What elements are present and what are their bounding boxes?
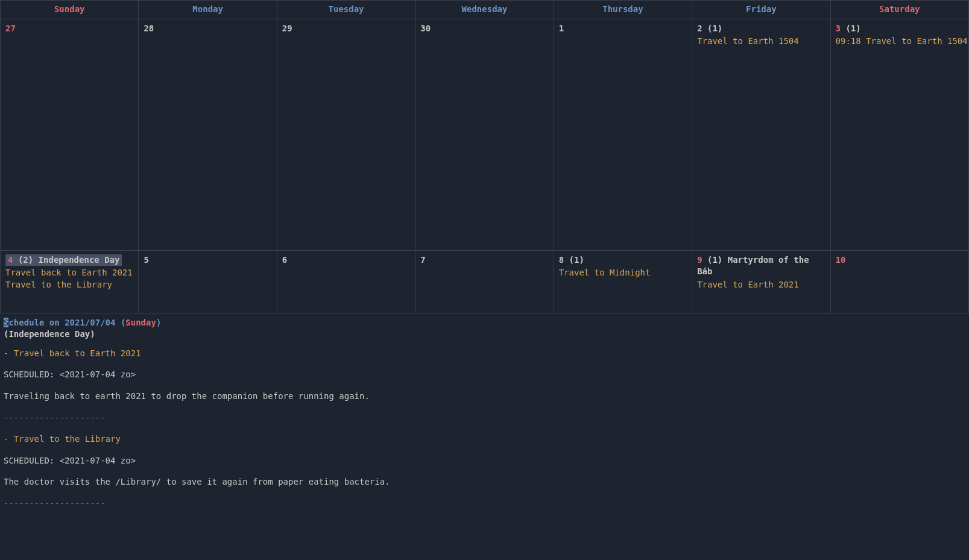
day-cell-7[interactable]: 7: [415, 251, 554, 313]
schedule-dayname: Sunday: [125, 318, 156, 327]
schedule-body: - Travel back to Earth 2021 SCHEDULED: <…: [4, 348, 965, 510]
day-cell-1[interactable]: 1: [554, 19, 692, 251]
day-number: 4: [8, 255, 13, 265]
day-cell-10[interactable]: 10: [831, 251, 969, 313]
calendar-grid: Sunday Monday Tuesday Wednesday Thursday…: [0, 0, 969, 313]
day-number: 6: [282, 255, 287, 265]
day-cell-4-selected[interactable]: 4 (2) Independence Day Travel back to Ea…: [1, 251, 139, 313]
paren-open: (: [115, 318, 125, 327]
header-tuesday: Tuesday: [277, 1, 415, 19]
day-number: 2: [697, 24, 702, 33]
schedule-item-scheduled: SCHEDULED: <2021-07-04 zo>: [4, 369, 965, 381]
schedule-item-title[interactable]: - Travel back to Earth 2021: [4, 348, 965, 360]
selected-day-highlight: 4 (2) Independence Day: [5, 254, 122, 266]
header-sunday: Sunday: [1, 1, 139, 19]
calendar-event[interactable]: Travel to Earth 2021: [697, 279, 825, 291]
schedule-panel: Schedule on 2021/07/04 (Sunday) (Indepen…: [0, 313, 969, 515]
calendar-event[interactable]: Travel to Earth 1504: [697, 36, 825, 48]
header-thursday: Thursday: [554, 1, 692, 19]
calendar-event[interactable]: Travel back to Earth 2021: [5, 267, 133, 279]
schedule-item-desc: The doctor visits the /Library/ to save …: [4, 476, 965, 488]
event-count: (1): [707, 24, 722, 33]
event-count: (1): [845, 24, 860, 33]
day-number: 1: [559, 24, 564, 33]
schedule-holiday: (Independence Day): [4, 329, 965, 341]
day-number: 10: [836, 255, 846, 265]
day-cell-9[interactable]: 9 (1) Martyrdom of the Báb Travel to Ear…: [692, 251, 830, 313]
day-cell-2[interactable]: 2 (1) Travel to Earth 1504: [692, 19, 830, 251]
header-wednesday: Wednesday: [415, 1, 554, 19]
day-number: 5: [144, 255, 148, 265]
schedule-item-title[interactable]: - Travel to the Library: [4, 433, 965, 445]
day-cell-3[interactable]: 3 (1) 09:18 Travel to Earth 1504: [831, 19, 969, 251]
day-number: 3: [836, 24, 841, 33]
event-count: (1): [569, 255, 584, 265]
day-number: 29: [282, 24, 292, 33]
day-number: 9: [697, 255, 702, 265]
day-number: 27: [5, 24, 16, 33]
day-number: 30: [420, 24, 431, 33]
header-monday: Monday: [139, 1, 277, 19]
header-saturday: Saturday: [831, 1, 969, 19]
day-cell-29[interactable]: 29: [277, 19, 415, 251]
schedule-title: Schedule on 2021/07/04 (Sunday): [4, 317, 965, 329]
schedule-item-desc: Traveling back to earth 2021 to drop the…: [4, 391, 965, 403]
event-count: (1): [707, 255, 722, 265]
schedule-item-scheduled: SCHEDULED: <2021-07-04 zo>: [4, 455, 965, 467]
divider: --------------------: [4, 412, 965, 424]
day-number: 28: [144, 24, 154, 33]
event-count: (2): [18, 255, 33, 265]
divider: --------------------: [4, 498, 965, 510]
schedule-prefix: chedule on: [8, 318, 65, 327]
day-number: 7: [420, 255, 425, 265]
day-number: 8: [559, 255, 564, 265]
day-cell-6[interactable]: 6: [277, 251, 415, 313]
calendar-event[interactable]: 09:18 Travel to Earth 1504: [836, 36, 964, 48]
day-cell-27[interactable]: 27: [1, 19, 139, 251]
schedule-date: 2021/07/04: [65, 318, 115, 327]
day-cell-8[interactable]: 8 (1) Travel to Midnight: [554, 251, 692, 313]
calendar-event[interactable]: Travel to the Library: [5, 279, 133, 291]
day-cell-28[interactable]: 28: [139, 19, 277, 251]
holiday-label: Independence Day: [39, 255, 120, 265]
day-cell-5[interactable]: 5: [139, 251, 277, 313]
day-cell-30[interactable]: 30: [415, 19, 554, 251]
calendar-event[interactable]: Travel to Midnight: [559, 267, 687, 279]
paren-close: ): [156, 318, 161, 327]
header-friday: Friday: [692, 1, 830, 19]
